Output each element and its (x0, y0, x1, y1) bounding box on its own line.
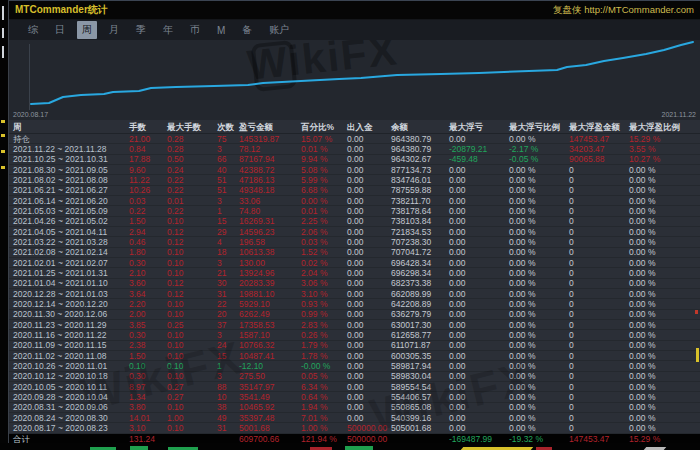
table-row[interactable]: 2020.10.12 ~ 2020.10.180.300.103275.500.… (9, 372, 700, 382)
table-cell: 0.00 (447, 309, 507, 319)
table-cell: 0.00 % (627, 320, 700, 330)
table-cell: 2.38 (127, 340, 165, 350)
brand-link[interactable]: 复盘侠 http://MTCommander.com (553, 4, 694, 17)
table-row[interactable]: 2021.03.22 ~ 2021.03.280.460.124196.580.… (9, 237, 700, 247)
table-cell: 0.00 % (627, 165, 700, 175)
table-row[interactable]: 2020.10.05 ~ 2020.10.118.970.278835147.9… (9, 382, 700, 392)
table-row[interactable]: 2021.01.25 ~ 2021.01.312.100.102113924.9… (9, 268, 700, 278)
table-cell: 0.50 (165, 154, 215, 164)
table-row[interactable]: 2020.11.16 ~ 2020.11.220.300.1031587.100… (9, 330, 700, 340)
table-cell: 0.00 (345, 185, 389, 195)
table-cell: 738103.84 (389, 216, 447, 226)
table-cell: 0.00 (447, 258, 507, 268)
table-cell: 0 (567, 268, 627, 278)
table-row[interactable]: 2021.04.05 ~ 2021.04.112.940.122914596.2… (9, 227, 700, 237)
table-cell: 630017.30 (389, 320, 447, 330)
table-row[interactable]: 2020.08.31 ~ 2020.09.063.800.103810465.9… (9, 403, 700, 413)
table-row[interactable]: 2020.11.02 ~ 2020.11.081.500.101510487.4… (9, 351, 700, 361)
table-row[interactable]: 2020.12.14 ~ 2020.12.202.200.10225929.10… (9, 299, 700, 309)
chart-start-date: 2020.08.17 (13, 110, 48, 120)
tab-0[interactable]: 综 (23, 21, 43, 39)
table-cell: 3 (215, 144, 237, 154)
table-row[interactable]: 2020.11.30 ~ 2020.12.062.000.10206262.49… (9, 310, 700, 320)
table-cell: 0 (567, 361, 627, 371)
tab-9[interactable]: 账户 (264, 21, 294, 39)
chart-date-axis: 2020.08.17 2021.11.22 (9, 110, 700, 120)
equity-curve-svg (9, 40, 700, 110)
table-cell: 0.00 (447, 185, 507, 195)
tab-8[interactable]: 备 (237, 21, 257, 39)
table-cell: 2020.12.28 ~ 2021.01.03 (9, 289, 127, 299)
table-cell: 0.00 (447, 351, 507, 361)
table-row[interactable]: 2021.08.30 ~ 2021.09.059.600.244042388.7… (9, 165, 700, 175)
tab-5[interactable]: 年 (158, 21, 178, 39)
table-cell: 589817.94 (389, 361, 447, 371)
table-cell: 0.22 (165, 175, 215, 185)
table-row[interactable]: 2020.08.24 ~ 2020.08.3014.011.004935397.… (9, 413, 700, 423)
table-cell: 0.22 (165, 185, 215, 195)
table-row[interactable]: 2021.02.01 ~ 2021.02.070.300.103130.000.… (9, 258, 700, 268)
table-row[interactable]: 2021.04.26 ~ 2021.05.021.500.101516269.3… (9, 217, 700, 227)
table-cell: 2.20 (127, 299, 165, 309)
tab-3[interactable]: 月 (104, 21, 124, 39)
tab-6[interactable]: 币 (185, 21, 205, 39)
table-cell: 0.00 % (627, 247, 700, 257)
table-cell: 15 (215, 216, 237, 226)
table-cell: 0.00 (345, 392, 389, 402)
table-cell: 0 (567, 330, 627, 340)
table-cell: 662089.99 (389, 289, 447, 299)
table-cell: 0 (567, 402, 627, 412)
tab-1[interactable]: 日 (50, 21, 70, 39)
table-cell: 0.00 % (507, 165, 567, 175)
table-row[interactable]: 2020.11.09 ~ 2020.11.152.380.102410766.3… (9, 341, 700, 351)
table-row[interactable]: 2020.08.17 ~ 2020.08.233.100.10315001.68… (9, 423, 700, 433)
table-cell: 0.00 % (507, 227, 567, 237)
table-cell: 0.00 % (627, 361, 700, 371)
table-cell: 0.00 (345, 320, 389, 330)
table-cell: 0 (567, 340, 627, 350)
table-row[interactable]: 2021.01.04 ~ 2021.01.103.600.123020283.3… (9, 279, 700, 289)
table-cell: 0.00 % (507, 216, 567, 226)
table-cell: 38 (215, 402, 237, 412)
table-cell: 738178.64 (389, 206, 447, 216)
table-cell: 3.55 % (627, 144, 700, 154)
table-cell: 0.12 (165, 278, 215, 288)
table-row[interactable]: 2020.10.26 ~ 2020.11.010.100.101-12.10-0… (9, 361, 700, 371)
table-row[interactable]: 2021.10.25 ~ 2021.10.3117.880.506687167.… (9, 155, 700, 165)
table-row[interactable]: 2021.06.21 ~ 2021.06.2710.260.225149348.… (9, 186, 700, 196)
table-cell: 554406.57 (389, 392, 447, 402)
table-cell: -0.05 % (507, 154, 567, 164)
table-row[interactable]: 2020.11.23 ~ 2020.11.293.850.253717358.5… (9, 320, 700, 330)
table-row[interactable]: 2021.11.22 ~ 2021.11.280.840.28378.120.0… (9, 144, 700, 154)
table-row[interactable]: 2021.06.14 ~ 2021.06.200.030.01333.060.0… (9, 196, 700, 206)
tab-7[interactable]: M (212, 23, 230, 38)
table-row[interactable]: 2021.05.03 ~ 2021.05.090.220.22174.800.0… (9, 206, 700, 216)
table-cell: 8.97 (127, 382, 165, 392)
table-cell: 0.27 (165, 382, 215, 392)
table-row[interactable]: 2021.08.02 ~ 2021.08.0811.220.225147186.… (9, 175, 700, 185)
table-row[interactable]: 2020.09.28 ~ 2020.10.041.340.27103541.49… (9, 392, 700, 402)
table-cell: 9.94 % (299, 154, 345, 164)
table-cell: 0.10 (165, 423, 215, 433)
table-cell: 1.94 % (299, 402, 345, 412)
table-cell: 2021.02.08 ~ 2021.02.14 (9, 247, 127, 257)
table-cell: 0 (567, 247, 627, 257)
table-cell: 0.00 (447, 216, 507, 226)
tab-2[interactable]: 周 (77, 21, 97, 39)
table-cell: 0.00 (447, 165, 507, 175)
column-header: 百分比% (299, 122, 345, 132)
table-cell: 13924.96 (237, 268, 299, 278)
table-cell: 0.26 % (299, 330, 345, 340)
table-row[interactable]: 2020.12.28 ~ 2021.01.033.640.123119881.1… (9, 289, 700, 299)
table-row[interactable]: 持仓21.000.2875145319.8715.07 %0.00964380.… (9, 134, 700, 144)
table-cell: 0.00 (447, 361, 507, 371)
column-header: 手数 (127, 122, 165, 132)
table-cell: 0 (567, 278, 627, 288)
table-cell: 0.00 % (627, 227, 700, 237)
tab-4[interactable]: 季 (131, 21, 151, 39)
table-cell: 37 (215, 320, 237, 330)
table-cell: 24 (215, 340, 237, 350)
table-cell: 21.00 (127, 134, 165, 144)
table-cell: 0.00 (447, 330, 507, 340)
table-row[interactable]: 2021.02.08 ~ 2021.02.141.800.101810613.3… (9, 248, 700, 258)
